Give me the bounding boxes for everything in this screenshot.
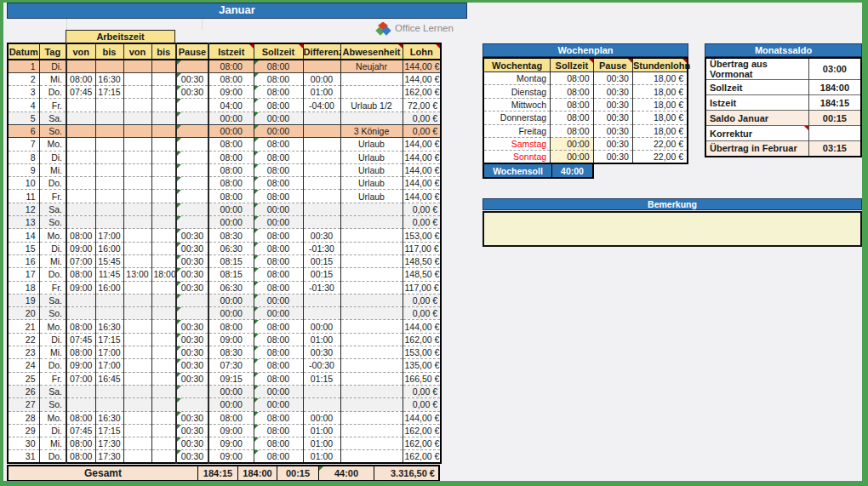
- cell-abwesenheit[interactable]: [340, 307, 403, 320]
- cell-von2[interactable]: [123, 398, 151, 411]
- cell-von1[interactable]: [66, 216, 95, 229]
- cell-sollzeit[interactable]: 08:00: [254, 138, 303, 151]
- cell-sollzeit[interactable]: 08:00: [254, 190, 303, 203]
- cell-von2[interactable]: [123, 385, 151, 397]
- cell-bis2[interactable]: [151, 372, 176, 385]
- cell-von2[interactable]: [123, 254, 151, 267]
- cell-abwesenheit[interactable]: [340, 254, 403, 267]
- cell-pause[interactable]: 00:30: [593, 85, 632, 98]
- cell-tag[interactable]: Mo.: [39, 320, 66, 333]
- cell-abwesenheit[interactable]: [340, 281, 403, 294]
- cell-pause[interactable]: 00:30: [593, 72, 632, 85]
- cell-sollzeit[interactable]: 08:00: [254, 450, 303, 463]
- cell-pause[interactable]: 00:30: [176, 359, 208, 372]
- cell-pause[interactable]: 00:30: [176, 229, 208, 242]
- cell-von1[interactable]: 09:00: [66, 242, 95, 254]
- cell-differenz[interactable]: 01:00: [303, 333, 340, 346]
- cell-von1[interactable]: [66, 294, 95, 306]
- cell-sollzeit[interactable]: 00:00: [551, 151, 593, 163]
- cell-datum[interactable]: 29: [8, 424, 39, 437]
- cell-istzeit[interactable]: 06:30: [208, 242, 254, 254]
- cell-abwesenheit[interactable]: Urlaub: [340, 151, 403, 163]
- cell-lohn[interactable]: 144,00 €: [403, 60, 441, 72]
- cell-bis1[interactable]: [95, 163, 123, 176]
- cell-von2[interactable]: [123, 294, 151, 306]
- cell-differenz[interactable]: -01:30: [303, 281, 340, 294]
- cell-bis2[interactable]: [151, 346, 176, 359]
- cell-differenz[interactable]: [303, 398, 340, 411]
- cell-bis1[interactable]: [95, 151, 123, 163]
- cell-von1[interactable]: [66, 385, 95, 397]
- cell-sollzeit[interactable]: 08:00: [254, 424, 303, 437]
- cell-sollzeit[interactable]: 08:00: [551, 124, 593, 137]
- cell-lohn[interactable]: 117,00 €: [403, 281, 441, 294]
- cell-tag[interactable]: Mi.: [39, 254, 66, 267]
- cell-datum[interactable]: 23: [8, 346, 39, 359]
- cell-sollzeit[interactable]: 08:00: [254, 346, 303, 359]
- cell-istzeit[interactable]: 08:00: [208, 177, 254, 190]
- cell-von2[interactable]: [123, 229, 151, 242]
- cell-von1[interactable]: [66, 138, 95, 151]
- cell-abwesenheit[interactable]: [340, 216, 403, 229]
- cell-lohn[interactable]: 166,50 €: [403, 372, 441, 385]
- cell-pause[interactable]: 00:30: [593, 111, 632, 124]
- cell-day[interactable]: Dienstag: [483, 85, 551, 98]
- cell-bis1[interactable]: [95, 177, 123, 190]
- cell-abwesenheit[interactable]: [340, 346, 403, 359]
- cell-bis1[interactable]: 17:15: [95, 86, 123, 99]
- cell-tag[interactable]: Mi.: [39, 346, 66, 359]
- cell-differenz[interactable]: [303, 151, 340, 163]
- cell-stundenlohn[interactable]: 18,00 €: [632, 111, 688, 124]
- cell-datum[interactable]: 28: [8, 411, 39, 424]
- cell-lohn[interactable]: 144,00 €: [403, 320, 441, 333]
- cell-lohn[interactable]: 135,00 €: [403, 359, 441, 372]
- cell-von2[interactable]: [123, 411, 151, 424]
- cell-abwesenheit[interactable]: [340, 111, 403, 124]
- cell-von2[interactable]: [123, 216, 151, 229]
- cell-sollzeit[interactable]: 08:00: [254, 320, 303, 333]
- cell-sollzeit[interactable]: 00:00: [254, 385, 303, 397]
- cell-von1[interactable]: 08:00: [66, 346, 95, 359]
- cell-von1[interactable]: 07:00: [66, 254, 95, 267]
- cell-lohn[interactable]: 148,50 €: [403, 268, 441, 281]
- cell-istzeit[interactable]: 00:00: [208, 307, 254, 320]
- cell-tag[interactable]: So.: [39, 398, 66, 411]
- cell-pause[interactable]: 00:30: [176, 254, 208, 267]
- cell-differenz[interactable]: 01:15: [303, 372, 340, 385]
- cell-differenz[interactable]: -01:30: [303, 242, 340, 254]
- cell-sollzeit[interactable]: 08:00: [254, 229, 303, 242]
- cell-bis2[interactable]: [151, 294, 176, 306]
- cell-istzeit[interactable]: 08:00: [208, 163, 254, 176]
- cell-tag[interactable]: Fr.: [39, 99, 66, 111]
- cell-day[interactable]: Freitag: [483, 124, 551, 137]
- cell-von1[interactable]: 08:00: [66, 411, 95, 424]
- cell-lohn[interactable]: 0,00 €: [403, 307, 441, 320]
- cell-bis1[interactable]: 17:30: [95, 450, 123, 463]
- saldo-value[interactable]: [808, 126, 861, 141]
- cell-abwesenheit[interactable]: [340, 333, 403, 346]
- cell-bis2[interactable]: [151, 385, 176, 397]
- cell-von2[interactable]: [123, 281, 151, 294]
- cell-bis2[interactable]: [151, 216, 176, 229]
- cell-sollzeit[interactable]: 08:00: [254, 177, 303, 190]
- cell-differenz[interactable]: [303, 163, 340, 176]
- cell-von1[interactable]: [66, 190, 95, 203]
- cell-istzeit[interactable]: 00:00: [208, 111, 254, 124]
- saldo-value[interactable]: 03:15: [808, 141, 861, 157]
- cell-istzeit[interactable]: 09:00: [208, 86, 254, 99]
- cell-tag[interactable]: Mi.: [39, 72, 66, 85]
- cell-bis2[interactable]: [151, 242, 176, 254]
- cell-von1[interactable]: 08:00: [66, 437, 95, 450]
- cell-differenz[interactable]: 01:00: [303, 424, 340, 437]
- cell-pause[interactable]: [176, 138, 208, 151]
- cell-lohn[interactable]: 72,00 €: [403, 99, 441, 111]
- cell-differenz[interactable]: 01:00: [303, 437, 340, 450]
- cell-lohn[interactable]: 162,00 €: [403, 86, 441, 99]
- cell-von2[interactable]: [123, 203, 151, 215]
- cell-von1[interactable]: [66, 99, 95, 111]
- cell-von1[interactable]: [66, 163, 95, 176]
- cell-von1[interactable]: 08:00: [66, 72, 95, 85]
- cell-lohn[interactable]: 0,00 €: [403, 294, 441, 306]
- cell-bis1[interactable]: 11:45: [95, 268, 123, 281]
- total-sollzeit-cell[interactable]: 184:00: [237, 466, 277, 480]
